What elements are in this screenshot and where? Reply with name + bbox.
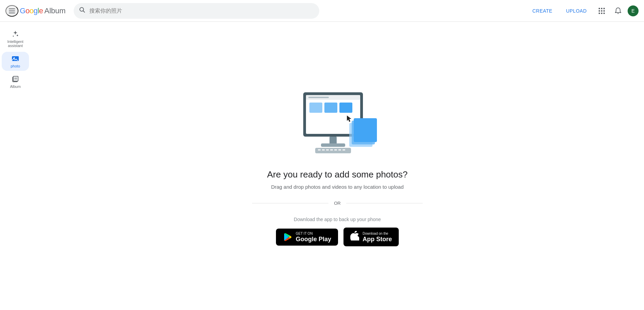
apple-icon xyxy=(350,231,359,243)
sidebar-item-album-label: Album xyxy=(10,84,20,89)
svg-rect-39 xyxy=(342,149,345,151)
search-icon xyxy=(79,7,85,15)
sidebar: Intelligent assistant photo Album xyxy=(0,22,31,310)
svg-rect-33 xyxy=(318,149,321,151)
search-bar xyxy=(74,3,319,19)
intelligent-assistant-icon xyxy=(11,30,19,38)
svg-rect-12 xyxy=(601,13,602,14)
app-buttons: GET IT ON Google Play Download on the Ap… xyxy=(276,228,399,246)
svg-rect-29 xyxy=(339,103,352,113)
logo-google-text: Google xyxy=(20,6,43,15)
svg-rect-34 xyxy=(322,149,325,151)
svg-rect-32 xyxy=(315,148,351,153)
avatar[interactable]: E xyxy=(628,5,639,16)
download-label: Download the app to back up your phone xyxy=(294,217,381,222)
notifications-button[interactable] xyxy=(611,4,625,18)
svg-rect-16 xyxy=(12,56,19,61)
sidebar-item-intelligent-assistant[interactable]: Intelligent assistant xyxy=(2,27,29,50)
hamburger-icon xyxy=(9,9,15,13)
svg-rect-35 xyxy=(326,149,329,151)
main-heading: Are you ready to add some photos? xyxy=(267,169,408,180)
svg-rect-5 xyxy=(599,8,600,9)
svg-rect-1 xyxy=(9,11,15,11)
logo[interactable]: Google Album xyxy=(20,6,65,15)
divider-line-left xyxy=(252,203,328,203)
app-store-label-top: Download on the xyxy=(363,232,392,235)
app-store-text: Download on the App Store xyxy=(363,232,392,242)
svg-rect-11 xyxy=(599,13,600,14)
album-icon xyxy=(11,75,19,83)
google-play-label-top: GET IT ON xyxy=(296,232,331,235)
svg-rect-37 xyxy=(334,149,337,151)
photo-icon xyxy=(11,55,19,63)
svg-rect-20 xyxy=(13,76,18,81)
menu-button[interactable] xyxy=(5,5,18,17)
create-button[interactable]: CREATE xyxy=(527,5,558,16)
svg-rect-10 xyxy=(603,10,605,12)
main-subheading: Drag and drop photos and videos to any l… xyxy=(271,184,404,190)
bell-icon xyxy=(615,7,621,15)
svg-rect-0 xyxy=(9,9,15,9)
svg-rect-7 xyxy=(603,8,605,9)
svg-rect-6 xyxy=(601,8,602,9)
header: Google Album CREATE UPLOAD xyxy=(0,0,644,22)
upload-button[interactable]: UPLOAD xyxy=(560,5,592,16)
main-content: Are you ready to add some photos? Drag a… xyxy=(31,22,644,310)
svg-rect-31 xyxy=(321,143,345,147)
divider-text: OR xyxy=(334,201,341,206)
search-input[interactable] xyxy=(89,8,314,14)
svg-rect-2 xyxy=(9,13,15,13)
sidebar-item-album[interactable]: Album xyxy=(2,72,29,91)
svg-rect-9 xyxy=(601,10,602,12)
header-actions: CREATE UPLOAD E xyxy=(527,4,639,18)
app-store-label-bottom: App Store xyxy=(363,236,392,242)
svg-rect-38 xyxy=(338,149,341,151)
google-play-text: GET IT ON Google Play xyxy=(296,232,331,242)
svg-point-14 xyxy=(17,35,18,36)
app-store-button[interactable]: Download on the App Store xyxy=(343,228,399,246)
search-bar-inner xyxy=(74,3,319,19)
upload-illustration xyxy=(296,86,378,158)
google-play-label-bottom: Google Play xyxy=(296,236,331,242)
apps-icon xyxy=(599,8,605,14)
logo-album-text: Album xyxy=(44,6,65,15)
apps-button[interactable] xyxy=(595,4,609,18)
svg-rect-30 xyxy=(330,137,337,144)
sidebar-item-photo-label: photo xyxy=(11,64,20,68)
svg-rect-42 xyxy=(354,118,377,142)
sidebar-item-intelligent-assistant-label: Intelligent assistant xyxy=(7,40,23,48)
svg-rect-8 xyxy=(599,10,600,12)
svg-rect-27 xyxy=(309,103,322,113)
svg-rect-28 xyxy=(324,103,337,113)
google-play-icon xyxy=(283,232,292,242)
svg-rect-36 xyxy=(330,149,333,151)
divider: OR xyxy=(252,201,423,206)
divider-line-right xyxy=(346,203,423,203)
google-play-button[interactable]: GET IT ON Google Play xyxy=(276,229,338,246)
sidebar-item-photo[interactable]: photo xyxy=(2,52,29,71)
svg-point-15 xyxy=(13,36,14,37)
svg-rect-26 xyxy=(308,97,329,98)
svg-rect-13 xyxy=(603,13,605,14)
svg-line-4 xyxy=(83,11,85,13)
